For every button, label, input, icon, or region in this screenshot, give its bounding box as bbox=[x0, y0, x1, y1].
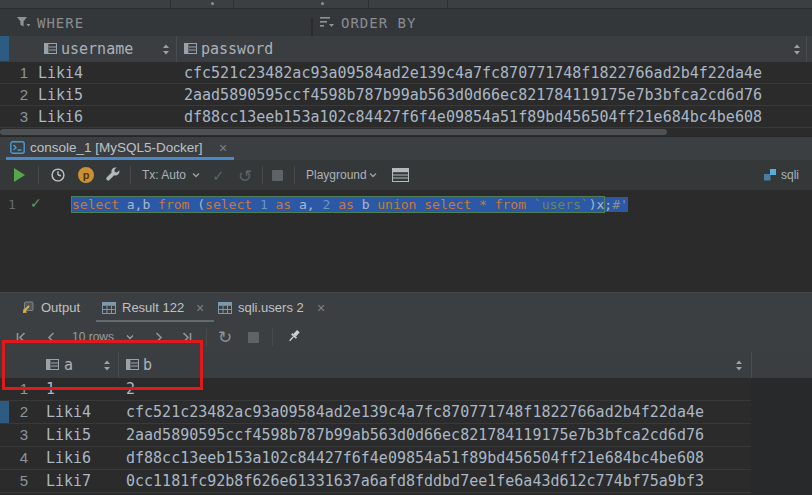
annotation-red-box bbox=[2, 340, 203, 390]
statement-ok-check-icon: ✓ bbox=[30, 195, 42, 211]
gutter-selection-stripe bbox=[0, 36, 9, 61]
result-grid-empty-area bbox=[751, 378, 812, 495]
stop-query-button[interactable] bbox=[248, 332, 259, 343]
decorative-dot bbox=[321, 2, 324, 5]
where-filter-input[interactable]: WHERE bbox=[37, 15, 84, 31]
cell-b[interactable]: 0cc1181fc92b8f626e61331637a6afd8fddbd7ee… bbox=[126, 472, 704, 490]
cell-username[interactable]: Liki4 bbox=[38, 64, 83, 82]
parameters-p-icon[interactable]: p bbox=[78, 167, 94, 183]
table-row[interactable]: 2 Liki5 2aad5890595ccf4598b787b99ab563d0… bbox=[0, 84, 812, 106]
cell-password[interactable]: cfc521c23482ac93a09584ad2e139c4a7fc87077… bbox=[184, 64, 762, 82]
cell-a[interactable]: Liki4 bbox=[46, 403, 91, 421]
run-button[interactable] bbox=[14, 168, 25, 182]
playground-dropdown[interactable]: Playground bbox=[306, 168, 367, 182]
divider bbox=[294, 166, 295, 184]
cell-username[interactable]: Liki5 bbox=[38, 86, 83, 104]
close-icon[interactable]: × bbox=[219, 141, 227, 155]
row-number: 5 bbox=[0, 472, 28, 489]
column-divider[interactable] bbox=[176, 36, 177, 62]
refresh-icon[interactable]: ↻ bbox=[218, 327, 232, 347]
divider bbox=[262, 166, 263, 184]
schema-icon[interactable] bbox=[763, 168, 777, 182]
divider bbox=[38, 166, 39, 184]
rollback-icon[interactable]: ↺ bbox=[238, 166, 252, 186]
row-number: 3 bbox=[0, 108, 28, 125]
divider bbox=[368, 0, 369, 8]
tab-result-label: Result 122 bbox=[122, 300, 184, 315]
cell-b[interactable]: df88cc13eeb153a102c84427f6f4e09854a51f89… bbox=[126, 449, 704, 467]
table-row[interactable]: 1 Liki4 cfc521c23482ac93a09584ad2e139c4a… bbox=[0, 62, 812, 84]
row-number: 2 bbox=[0, 403, 28, 420]
divider bbox=[233, 0, 234, 8]
close-icon[interactable]: × bbox=[317, 301, 325, 315]
sort-icon[interactable] bbox=[162, 44, 170, 55]
chevron-down-icon[interactable] bbox=[369, 173, 377, 178]
tab-sqli-users-label: sqli.users 2 bbox=[238, 300, 304, 315]
close-icon[interactable]: × bbox=[196, 301, 204, 315]
bottom-tab-bar: Output Result 122 × sqli.users 2 bbox=[0, 292, 812, 323]
schema-selector[interactable]: sqli bbox=[781, 168, 799, 182]
horizontal-scrollbar bbox=[0, 128, 812, 137]
sort-icon[interactable] bbox=[793, 44, 801, 55]
divider bbox=[206, 328, 207, 346]
result-row[interactable]: 2 Liki4 cfc521c23482ac93a09584ad2e139c4a… bbox=[0, 401, 751, 424]
table-row[interactable]: 3 Liki6 df88cc13eeb153a102c84427f6f4e098… bbox=[0, 106, 812, 128]
cell-a[interactable]: Liki5 bbox=[46, 426, 91, 444]
selected-sql-statement[interactable]: select a,b from (select 1 as a, 2 as b u… bbox=[72, 197, 604, 212]
scrollbar-gutter-divider bbox=[806, 36, 807, 62]
sort-icon[interactable] bbox=[735, 360, 743, 371]
cell-b[interactable]: cfc521c23482ac93a09584ad2e139c4a7fc87077… bbox=[126, 403, 704, 421]
order-by-filter-input[interactable]: ORDER BY bbox=[341, 15, 416, 31]
edit-as-table-icon[interactable] bbox=[392, 168, 409, 182]
tab-output[interactable]: Output bbox=[18, 296, 90, 320]
history-clock-icon[interactable] bbox=[50, 167, 66, 183]
cell-username[interactable]: Liki6 bbox=[38, 108, 83, 126]
cell-a[interactable]: Liki6 bbox=[46, 449, 91, 467]
sql-statement-tail[interactable]: ;#' bbox=[604, 197, 627, 212]
result-row[interactable]: 4 Liki6 df88cc13eeb153a102c84427f6f4e098… bbox=[0, 447, 751, 470]
chevron-down-icon[interactable] bbox=[192, 173, 200, 178]
grid-filter-bar: WHERE ORDER BY bbox=[0, 9, 812, 36]
editor-tab-bar: console_1 [MySQL5-Docker] × bbox=[0, 137, 812, 160]
row-number: 4 bbox=[0, 449, 28, 466]
clipped-top-toolbar bbox=[0, 0, 812, 9]
sql-code-line[interactable]: select a,b from (select 1 as a, 2 as b u… bbox=[72, 196, 628, 214]
column-divider bbox=[751, 352, 752, 378]
wrench-icon[interactable] bbox=[104, 167, 121, 183]
output-icon bbox=[20, 301, 34, 315]
result-grid-icon bbox=[218, 302, 232, 314]
column-header-username[interactable]: username bbox=[61, 40, 133, 58]
tx-mode-dropdown[interactable]: Tx: Auto bbox=[142, 168, 186, 182]
row-number: 2 bbox=[0, 86, 28, 103]
tab-console-title: console_1 [MySQL5-Docker] bbox=[30, 140, 203, 155]
divider bbox=[130, 166, 131, 184]
column-icon bbox=[184, 43, 197, 54]
column-icon bbox=[44, 43, 57, 54]
row-number: 3 bbox=[0, 426, 28, 443]
cell-a[interactable]: Liki7 bbox=[46, 472, 91, 490]
result-grid-icon bbox=[102, 302, 116, 314]
tab-output-label: Output bbox=[41, 300, 80, 315]
console-toolbar: p Tx: Auto ✓ ↺ Playground sqli bbox=[0, 160, 812, 191]
divider bbox=[447, 0, 448, 8]
cell-password[interactable]: df88cc13eeb153a102c84427f6f4e09854a51f89… bbox=[184, 108, 762, 126]
tab-sqli-users[interactable]: sqli.users 2 × bbox=[216, 296, 326, 320]
pin-icon[interactable] bbox=[286, 328, 302, 345]
filter-funnel-icon[interactable] bbox=[16, 16, 31, 29]
tab-result[interactable]: Result 122 × bbox=[100, 296, 212, 320]
column-header-password[interactable]: password bbox=[201, 40, 273, 58]
cell-b[interactable]: 2aad5890595ccf4598b787b99ab563d0d66ec821… bbox=[126, 426, 704, 444]
database-ide-window: WHERE ORDER BY username password bbox=[0, 0, 812, 495]
commit-check-icon[interactable]: ✓ bbox=[212, 167, 225, 185]
order-by-icon[interactable] bbox=[320, 17, 334, 29]
sql-editor[interactable]: 1 ✓ select a,b from (select 1 as a, 2 as… bbox=[0, 190, 812, 292]
result-row[interactable]: 3 Liki5 2aad5890595ccf4598b787b99ab563d0… bbox=[0, 424, 751, 447]
top-grid-header-row: username password bbox=[0, 36, 812, 63]
stop-button[interactable] bbox=[272, 170, 283, 181]
decorative-dot bbox=[211, 2, 214, 5]
result-row[interactable]: 5 Liki7 0cc1181fc92b8f626e61331637a6afd8… bbox=[0, 470, 751, 493]
cell-password[interactable]: 2aad5890595ccf4598b787b99ab563d0d66ec821… bbox=[184, 86, 762, 104]
horizontal-scrollbar-thumb[interactable] bbox=[0, 129, 667, 135]
line-number: 1 bbox=[8, 197, 16, 212]
row-number: 1 bbox=[0, 64, 28, 81]
